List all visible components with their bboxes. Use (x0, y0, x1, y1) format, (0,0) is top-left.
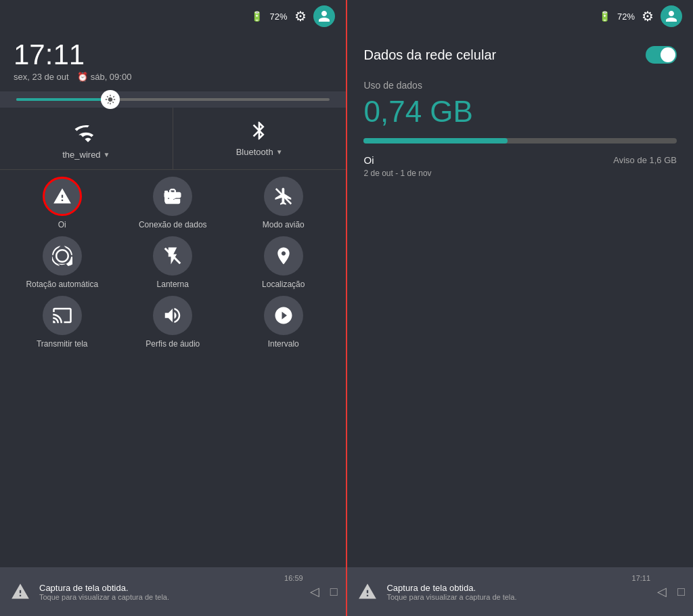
lanterna-icon (153, 236, 192, 276)
bluetooth-label-row: Bluetooth ▼ (236, 147, 283, 157)
notif-actions-left: ◁ □ (310, 584, 338, 599)
section-header: Dados da rede celular (363, 46, 677, 64)
notif-back-right[interactable]: ◁ (657, 584, 667, 599)
notif-square-left[interactable]: □ (330, 585, 338, 599)
icon-row-2: Rotação automática Lanterna (7, 236, 339, 289)
bluetooth-dropdown-arrow[interactable]: ▼ (276, 148, 283, 156)
oi-label: Oi (58, 220, 66, 229)
gear-icon-left[interactable]: ⚙ (294, 8, 307, 24)
notif-text-right: Captura de tela obtida. Toque para visua… (386, 583, 625, 601)
lanterna-label: Lanterna (157, 280, 189, 289)
modo-aviao-label: Modo avião (263, 220, 305, 229)
right-panel: 🔋 72% ⚙ Dados da rede celular Uso de dad… (347, 0, 693, 616)
quick-tiles-top-row: the_wired ▼ Bluetooth ▼ (0, 108, 346, 170)
battery-text-right: 72% (617, 12, 635, 22)
wifi-icon (74, 120, 98, 144)
wifi-tile[interactable]: the_wired ▼ (0, 108, 173, 169)
section-title: Dados da rede celular (363, 47, 496, 63)
left-status-bar: 🔋 72% ⚙ (0, 0, 346, 32)
carrier-warning: Aviso de 1,6 GB (613, 155, 677, 165)
gear-icon-right[interactable]: ⚙ (642, 8, 654, 24)
toggle-knob (661, 47, 675, 62)
left-panel: 🔋 72% ⚙ 17:11 sex, 23 de out ⏰ sáb, 09:0… (0, 0, 346, 616)
conexao-dados-icon (153, 177, 192, 216)
notif-subtitle-right: Toque para visualizar a captura de tela. (386, 593, 625, 601)
toggle-switch[interactable] (646, 46, 677, 64)
tile-transmitir-tela[interactable]: Transmitir tela (25, 296, 99, 349)
wifi-label: the_wired (62, 150, 100, 160)
date-alarm: sex, 23 de out ⏰ sáb, 09:00 (14, 72, 332, 82)
localizacao-label: Localização (262, 280, 305, 289)
bluetooth-label: Bluetooth (236, 147, 273, 157)
avatar-right[interactable] (661, 5, 682, 27)
rotacao-icon (43, 236, 82, 276)
usage-label: Uso de dados (363, 80, 677, 91)
usage-bar-fill (363, 138, 508, 144)
conexao-dados-label: Conexão de dados (139, 220, 207, 229)
notif-text-left: Captura de tela obtida. Toque para visua… (39, 583, 277, 601)
tile-lanterna[interactable]: Lanterna (135, 236, 210, 289)
wifi-label-row: the_wired ▼ (62, 150, 110, 160)
right-content: Dados da rede celular Uso de dados 0,74 … (347, 32, 693, 616)
tile-perfis-audio[interactable]: Perfis de áudio (135, 296, 210, 349)
icon-row-3: Transmitir tela Perfis de áudio Inte (7, 296, 339, 349)
intervalo-label: Intervalo (268, 339, 299, 349)
transmitir-tela-label: Transmitir tela (37, 339, 88, 349)
notif-back-left[interactable]: ◁ (310, 584, 319, 599)
tile-conexao-dados[interactable]: Conexão de dados (135, 177, 210, 229)
perfis-audio-label: Perfis de áudio (146, 339, 200, 349)
alarm-time: sáb, 09:00 (91, 72, 132, 82)
notif-actions-right: ◁ □ (657, 584, 685, 599)
notif-title-left: Captura de tela obtida. (39, 583, 277, 593)
carrier-row: Oi Aviso de 1,6 GB (363, 154, 677, 166)
oi-icon (43, 177, 82, 216)
battery-icon-left: 🔋 (251, 11, 263, 22)
battery-text-left: 72% (269, 12, 287, 22)
bluetooth-icon (248, 120, 270, 141)
date-text: sex, 23 de out (14, 72, 69, 82)
usage-amount: 0,74 GB (363, 95, 677, 129)
brightness-container (0, 91, 346, 108)
right-status-bar: 🔋 72% ⚙ (347, 0, 693, 32)
rotacao-label: Rotação automática (26, 280, 98, 289)
usage-bar-container (363, 138, 677, 144)
bluetooth-tile[interactable]: Bluetooth ▼ (173, 108, 346, 169)
avatar-left[interactable] (313, 5, 335, 27)
tile-localizacao[interactable]: Localização (246, 236, 321, 289)
notif-icon-right (355, 579, 380, 604)
carrier-name: Oi (363, 154, 374, 166)
localizacao-icon (264, 236, 303, 276)
battery-icon-right: 🔋 (599, 11, 610, 22)
time-display: 17:11 (14, 39, 332, 70)
tile-intervalo[interactable]: Intervalo (246, 296, 321, 349)
modo-aviao-icon (264, 177, 303, 216)
brightness-fill (16, 98, 110, 101)
transmitir-tela-icon (43, 296, 82, 335)
brightness-slider[interactable] (16, 98, 330, 101)
right-notification-bar: Captura de tela obtida. Toque para visua… (347, 567, 693, 616)
date-range: 2 de out - 1 de nov (363, 169, 677, 178)
notif-icon-left (8, 579, 32, 604)
alarm-icon: ⏰ (77, 72, 88, 82)
notif-time-left: 16:59 (284, 574, 303, 582)
perfis-audio-icon (153, 296, 192, 335)
notif-subtitle-left: Toque para visualizar a captura de tela. (39, 593, 277, 601)
intervalo-icon (264, 296, 303, 335)
notif-title-right: Captura de tela obtida. (386, 583, 625, 593)
notif-time-right: 17:11 (632, 574, 651, 582)
brightness-thumb[interactable] (101, 90, 120, 109)
icon-row-1: Oi Conexão de dados (7, 177, 339, 229)
tile-rotacao[interactable]: Rotação automática (25, 236, 99, 289)
left-notification-bar: Captura de tela obtida. Toque para visua… (0, 567, 346, 616)
icon-grid: Oi Conexão de dados (0, 170, 346, 355)
tile-modo-aviao[interactable]: Modo avião (246, 177, 321, 229)
wifi-dropdown-arrow[interactable]: ▼ (104, 151, 110, 158)
notif-square-right[interactable]: □ (677, 585, 685, 599)
alarm-section: ⏰ sáb, 09:00 (77, 72, 132, 82)
left-time-section: 17:11 sex, 23 de out ⏰ sáb, 09:00 (0, 32, 346, 91)
tile-oi[interactable]: Oi (25, 177, 99, 229)
vertical-divider (346, 0, 348, 616)
